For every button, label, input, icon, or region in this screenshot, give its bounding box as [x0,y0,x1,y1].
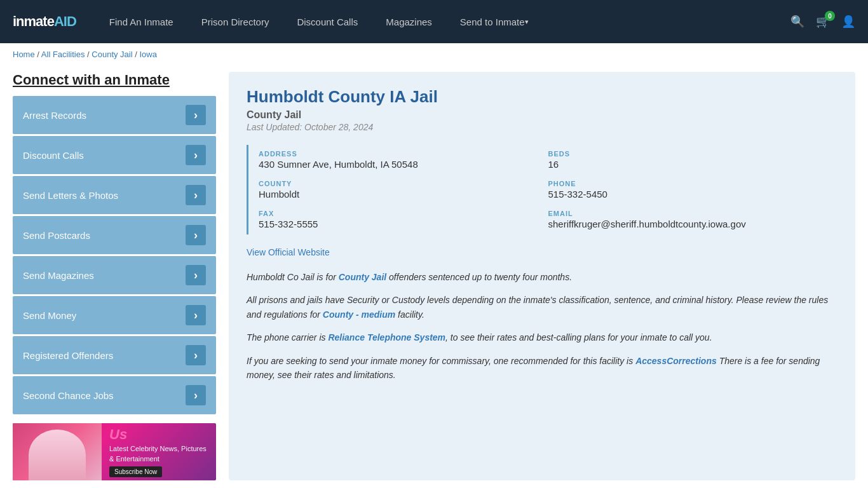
beds-cell: BEDS 16 [548,145,838,175]
fax-value: 515-332-5555 [259,219,541,229]
breadcrumb: Home / All Facilities / County Jail / Io… [0,43,868,65]
phone-carrier-link[interactable]: Reliance Telephone System [328,332,445,342]
county-cell: COUNTY Humboldt [259,175,548,205]
fax-cell: FAX 515-332-5555 [259,205,548,234]
sidebar-item-label: Second Chance Jobs [23,390,114,401]
header: inmateAID Find An Inmate Prison Director… [0,0,868,43]
breadcrumb-county-jail[interactable]: County Jail [92,50,132,59]
chevron-right-icon: › [186,265,206,285]
ad-image [13,423,102,480]
description-paragraph-2: All prisons and jails have Security or C… [247,293,837,322]
sidebar-item-label: Send Money [23,310,76,321]
fax-label: FAX [259,210,541,217]
logo: inmateAID [13,13,76,30]
breadcrumb-home[interactable]: Home [13,50,35,59]
sidebar-item-registered-offenders[interactable]: Registered Offenders › [13,336,216,374]
description-paragraph-3: The phone carrier is Reliance Telephone … [247,330,837,344]
logo-area[interactable]: inmateAID [13,13,76,30]
breadcrumb-state[interactable]: Iowa [139,50,156,59]
chevron-right-icon: › [186,345,206,365]
cart-badge: 0 [825,11,835,21]
email-label: EMAIL [548,210,831,217]
ad-description: Latest Celebrity News, Pictures & Entert… [109,444,208,464]
ad-subscribe-button[interactable]: Subscribe Now [109,466,162,477]
sidebar-menu: Arrest Records › Discount Calls › Send L… [13,96,216,414]
main-content: Connect with an Inmate Arrest Records › … [0,65,868,488]
facility-info-grid: ADDRESS 430 Sumner Ave, Humboldt, IA 505… [247,145,837,234]
phone-value: 515-332-5450 [548,189,831,200]
sidebar-item-send-magazines[interactable]: Send Magazines › [13,256,216,294]
nav-prison-directory[interactable]: Prison Directory [187,0,283,43]
address-value: 430 Sumner Ave, Humboldt, IA 50548 [259,159,541,170]
description-section: Humboldt Co Jail is for County Jail offe… [247,270,837,382]
chevron-right-icon: › [186,105,206,125]
sidebar-item-arrest-records[interactable]: Arrest Records › [13,96,216,134]
ad-text: Us Latest Celebrity News, Pictures & Ent… [102,423,216,480]
sidebar-item-discount-calls[interactable]: Discount Calls › [13,136,216,174]
email-cell: EMAIL sheriffkruger@sheriff.humboldtcoun… [548,205,838,234]
sidebar-item-second-chance-jobs[interactable]: Second Chance Jobs › [13,376,216,414]
sidebar-item-label: Registered Offenders [23,350,113,361]
chevron-right-icon: › [186,185,206,205]
address-label: ADDRESS [259,150,541,158]
facility-last-updated: Last Updated: October 28, 2024 [247,122,837,132]
sidebar-item-label: Send Letters & Photos [23,190,118,201]
ad-banner[interactable]: Us Latest Celebrity News, Pictures & Ent… [13,423,216,480]
address-cell: ADDRESS 430 Sumner Ave, Humboldt, IA 505… [259,145,548,175]
chevron-right-icon: › [186,385,206,405]
sidebar: Connect with an Inmate Arrest Records › … [13,72,216,480]
access-corrections-link[interactable]: AccessCorrections [635,356,717,366]
sidebar-item-label: Discount Calls [23,150,84,161]
cart-icon[interactable]: 🛒 0 [816,15,830,29]
sidebar-title: Connect with an Inmate [13,72,216,88]
facility-type: County Jail [247,109,837,121]
county-jail-link[interactable]: County Jail [339,272,386,282]
view-official-website-link[interactable]: View Official Website [247,247,330,257]
search-icon[interactable]: 🔍 [790,15,804,29]
sidebar-item-send-money[interactable]: Send Money › [13,296,216,334]
nav-find-inmate[interactable]: Find An Inmate [95,0,187,43]
county-value: Humboldt [259,189,541,200]
ad-logo: Us [109,426,208,443]
sidebar-item-send-postcards[interactable]: Send Postcards › [13,216,216,254]
nav-send-to-inmate[interactable]: Send to Inmate [446,0,543,43]
header-icons: 🔍 🛒 0 👤 [790,15,855,29]
chevron-right-icon: › [186,305,206,325]
chevron-right-icon: › [186,225,206,245]
facility-name: Humboldt County IA Jail [247,87,837,107]
nav-magazines[interactable]: Magazines [372,0,446,43]
user-icon[interactable]: 👤 [841,15,855,29]
sidebar-item-label: Send Postcards [23,230,90,241]
phone-cell: PHONE 515-332-5450 [548,175,838,205]
breadcrumb-all-facilities[interactable]: All Facilities [41,50,85,59]
description-paragraph-1: Humboldt Co Jail is for County Jail offe… [247,270,837,284]
county-medium-link[interactable]: County - medium [323,309,395,320]
content-area: Humboldt County IA Jail County Jail Last… [229,72,855,480]
description-paragraph-4: If you are seeking to send your inmate m… [247,354,837,383]
beds-label: BEDS [548,150,831,158]
phone-label: PHONE [548,180,831,187]
nav-discount-calls[interactable]: Discount Calls [283,0,372,43]
county-label: COUNTY [259,180,541,187]
beds-value: 16 [548,159,831,170]
sidebar-item-label: Arrest Records [23,110,86,121]
sidebar-item-label: Send Magazines [23,270,94,281]
main-nav: Find An Inmate Prison Directory Discount… [95,0,790,43]
sidebar-item-send-letters-photos[interactable]: Send Letters & Photos › [13,176,216,214]
chevron-right-icon: › [186,145,206,165]
email-value: sheriffkruger@sheriff.humboldtcounty.iow… [548,219,831,229]
